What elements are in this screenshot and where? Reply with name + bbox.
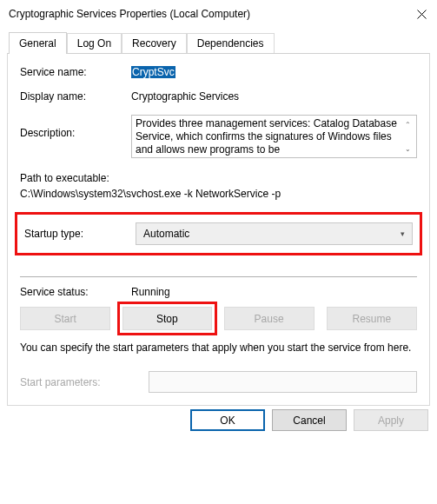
start-parameters-input	[149, 371, 417, 393]
tab-label: General	[19, 37, 56, 50]
chevron-down-icon: ▾	[401, 229, 405, 238]
tab-panel-general: Service name: CryptSvc Display name: Cry…	[7, 53, 430, 406]
ok-button[interactable]: OK	[190, 409, 265, 431]
scroll-up-icon[interactable]: ⌃	[401, 116, 415, 132]
pause-button: Pause	[224, 307, 315, 330]
startup-type-value: Automatic	[143, 228, 189, 240]
description-text: Provides three management services: Cata…	[136, 117, 397, 156]
label-service-name: Service name:	[20, 66, 131, 78]
start-button: Start	[20, 307, 110, 330]
value-service-status: Running	[131, 286, 170, 298]
tab-dependencies[interactable]: Dependencies	[187, 33, 275, 54]
description-textbox[interactable]: Provides three management services: Cata…	[131, 115, 417, 158]
note-text: You can specify the start parameters tha…	[20, 341, 417, 355]
highlight-startup-type: Startup type: Automatic ▾	[15, 212, 422, 255]
scroll-down-icon[interactable]: ⌄	[401, 141, 415, 156]
label-startup-type: Startup type:	[24, 228, 136, 240]
description-scrollbar[interactable]: ⌃ ⌄	[401, 116, 415, 156]
tab-strip: General Log On Recovery Dependencies	[9, 31, 430, 53]
resume-button: Resume	[327, 307, 417, 330]
highlight-stop-button: Stop	[117, 302, 216, 335]
tab-label: Dependencies	[197, 37, 264, 50]
apply-button: Apply	[354, 409, 428, 431]
separator	[20, 276, 417, 277]
label-service-status: Service status:	[20, 286, 131, 298]
dialog-title: Cryptographic Services Properties (Local…	[9, 8, 250, 20]
tab-recovery[interactable]: Recovery	[122, 33, 187, 54]
tab-label: Log On	[77, 37, 111, 50]
tab-general[interactable]: General	[9, 32, 67, 54]
startup-type-dropdown[interactable]: Automatic ▾	[136, 222, 413, 245]
tab-logon[interactable]: Log On	[67, 33, 122, 54]
value-service-name: CryptSvc	[131, 66, 417, 78]
tab-label: Recovery	[132, 37, 176, 50]
selected-service-name: CryptSvc	[131, 66, 175, 78]
label-path: Path to executable:	[20, 170, 417, 186]
stop-button[interactable]: Stop	[122, 307, 211, 330]
label-start-parameters: Start parameters:	[20, 376, 149, 388]
label-display-name: Display name:	[20, 90, 131, 103]
cancel-button[interactable]: Cancel	[272, 409, 347, 431]
label-description: Description:	[20, 115, 131, 139]
close-icon[interactable]	[417, 10, 427, 19]
value-path: C:\Windows\system32\svchost.exe -k Netwo…	[20, 186, 417, 202]
value-display-name: Cryptographic Services	[131, 90, 417, 103]
